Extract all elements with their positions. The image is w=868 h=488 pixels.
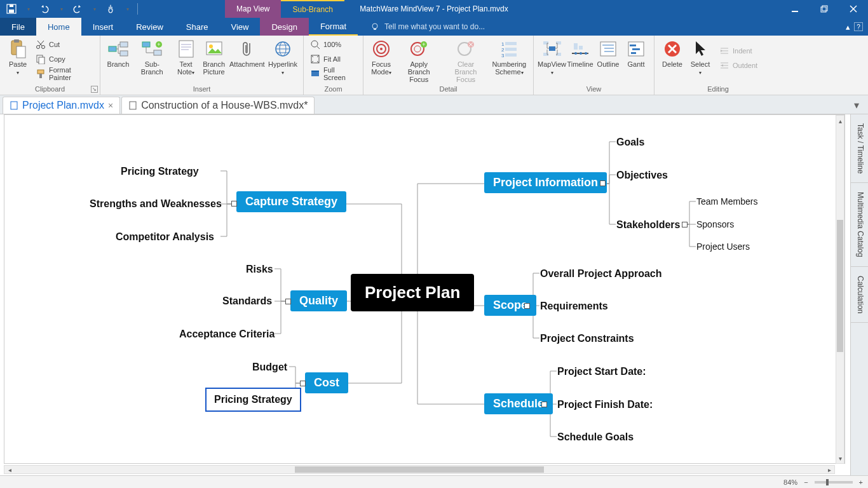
node-pricing-strategy-selected[interactable]: Pricing Strategy xyxy=(205,388,301,412)
zoom-out-button[interactable]: − xyxy=(804,478,808,486)
node-competitor-analysis[interactable]: Competitor Analysis xyxy=(116,231,214,243)
toggle-capture[interactable] xyxy=(231,201,237,207)
gantt-button[interactable]: Gantt xyxy=(622,37,650,69)
tab-design[interactable]: Design xyxy=(260,18,308,36)
focus-mode-button[interactable]: FocusMode▾ xyxy=(367,37,395,78)
vscroll-thumb[interactable] xyxy=(837,220,843,352)
hyperlink-button[interactable]: Hyperlink▾ xyxy=(266,37,299,78)
node-acceptance-criteria[interactable]: Acceptance Criteria xyxy=(179,329,275,340)
node-finish-date[interactable]: Project Finish Date: xyxy=(557,399,653,410)
tab-home[interactable]: Home xyxy=(36,18,81,36)
tab-file[interactable]: File xyxy=(0,18,36,36)
node-project-information[interactable]: Project Information xyxy=(484,172,607,193)
node-overall-approach[interactable]: Overall Project Approach xyxy=(540,268,661,280)
minimize-button[interactable] xyxy=(780,0,810,18)
zoom-in-button[interactable]: + xyxy=(859,478,863,486)
scroll-down-button[interactable]: ▾ xyxy=(836,453,844,463)
node-standards[interactable]: Standards xyxy=(222,295,272,307)
restore-button[interactable] xyxy=(810,0,839,18)
scroll-right-button[interactable]: ▸ xyxy=(824,466,834,473)
contextual-tab-mapview-header[interactable]: Map View xyxy=(225,0,281,18)
qat-save-dropdown[interactable] xyxy=(20,1,36,17)
subbranch-button[interactable]: +Sub-Branch xyxy=(132,37,172,77)
node-root[interactable]: Project Plan xyxy=(351,274,474,311)
toggle-cost[interactable] xyxy=(300,381,306,386)
tab-view[interactable]: View xyxy=(219,18,260,36)
node-budget[interactable]: Budget xyxy=(252,362,287,373)
tell-me-search[interactable]: Tell me what you want to do... xyxy=(358,18,846,36)
toggle-quality[interactable] xyxy=(285,299,291,304)
node-goals[interactable]: Goals xyxy=(616,137,644,148)
timeline-button[interactable]: Timeline xyxy=(566,37,594,69)
mapview-button[interactable]: MapView▾ xyxy=(538,37,566,78)
tab-review[interactable]: Review xyxy=(125,18,175,36)
attachment-button[interactable]: Attachment xyxy=(228,37,266,69)
clipboard-launcher[interactable]: ↘ xyxy=(91,86,98,93)
textnote-button[interactable]: TextNote▾ xyxy=(172,37,200,78)
node-project-users[interactable]: Project Users xyxy=(696,241,750,252)
hscroll-thumb[interactable] xyxy=(295,466,544,473)
sidetab-task-timeline[interactable]: Task / Timeline xyxy=(851,114,868,183)
node-cost[interactable]: Cost xyxy=(305,372,348,393)
node-strengths-weaknesses[interactable]: Strengths and Weaknesses xyxy=(90,198,222,210)
node-project-constraints[interactable]: Project Constraints xyxy=(540,333,634,344)
doctab-project-plan[interactable]: Project Plan.mvdx × xyxy=(3,97,120,114)
fit-all-button[interactable]: Fit All xyxy=(308,52,359,66)
cut-button[interactable]: Cut xyxy=(33,37,96,51)
node-objectives[interactable]: Objectives xyxy=(616,170,668,181)
scroll-left-button[interactable]: ◂ xyxy=(4,466,15,473)
zoom-slider[interactable] xyxy=(815,481,853,484)
zoom-100-button[interactable]: 100% xyxy=(308,37,359,51)
doctab-construction[interactable]: Construction of a House-WBS.mvdx* xyxy=(121,97,315,114)
node-start-date[interactable]: Project Start Date: xyxy=(557,366,646,377)
toggle-scope[interactable] xyxy=(524,303,530,309)
node-risks[interactable]: Risks xyxy=(246,264,273,275)
copy-button[interactable]: Copy xyxy=(33,52,96,66)
node-team-members[interactable]: Team Members xyxy=(696,196,757,207)
mindmap-canvas[interactable]: Project Plan Capture Strategy Pricing St… xyxy=(4,114,845,464)
select-button[interactable]: Select▾ xyxy=(686,37,714,78)
tab-format[interactable]: Format xyxy=(309,18,358,36)
node-sponsors[interactable]: Sponsors xyxy=(696,219,734,229)
horizontal-scrollbar[interactable]: ◂ ▸ xyxy=(4,465,835,474)
numbering-scheme-button[interactable]: 123NumberingScheme▾ xyxy=(489,37,529,78)
zoom-slider-knob[interactable] xyxy=(826,479,829,485)
branch-picture-button[interactable]: BranchPicture xyxy=(200,37,228,77)
toggle-stakeholders[interactable] xyxy=(682,222,688,227)
outline-button[interactable]: Outline xyxy=(594,37,622,69)
ribbon-collapse-button[interactable]: ▴ xyxy=(846,22,850,32)
node-pricing-strategy[interactable]: Pricing Strategy xyxy=(121,166,199,177)
qat-redo-button[interactable] xyxy=(70,1,85,17)
doctab-dropdown[interactable]: ▾ xyxy=(854,99,864,109)
scroll-up-button[interactable]: ▴ xyxy=(836,116,844,126)
toggle-schedule[interactable] xyxy=(541,402,547,407)
close-button[interactable] xyxy=(839,0,868,18)
format-painter-button[interactable]: Format Painter xyxy=(33,67,96,81)
node-stakeholders[interactable]: Stakeholders xyxy=(616,219,680,231)
tab-insert[interactable]: Insert xyxy=(81,18,125,36)
qat-redo-dropdown[interactable] xyxy=(86,1,102,17)
node-capture-strategy[interactable]: Capture Strategy xyxy=(236,191,346,212)
sidetab-multimedia-catalog[interactable]: Multimedia Catalog xyxy=(851,183,868,267)
node-schedule-goals[interactable]: Schedule Goals xyxy=(557,431,634,443)
fullscreen-button[interactable]: Full Screen xyxy=(308,67,359,81)
paste-button[interactable]: Paste▾ xyxy=(4,37,32,78)
vertical-scrollbar[interactable]: ▴ ▾ xyxy=(836,115,844,464)
toggle-projinfo[interactable] xyxy=(600,180,606,186)
qat-undo-dropdown[interactable] xyxy=(53,1,69,17)
qat-save-button[interactable] xyxy=(4,1,19,17)
node-requirements[interactable]: Requirements xyxy=(540,301,608,312)
qat-touch-dropdown[interactable] xyxy=(119,1,135,17)
doctab-close-button[interactable]: × xyxy=(108,100,113,111)
qat-touch-button[interactable] xyxy=(103,1,118,17)
qat-undo-button[interactable] xyxy=(37,1,52,17)
node-quality[interactable]: Quality xyxy=(290,290,347,311)
sidetab-calculation[interactable]: Calculation xyxy=(851,267,868,323)
branch-button[interactable]: Branch xyxy=(104,37,132,69)
ribbon-help-button[interactable]: ? xyxy=(854,22,863,31)
contextual-tab-subbranch-header[interactable]: Sub-Branch xyxy=(281,0,344,18)
zoom-level[interactable]: 84% xyxy=(783,478,797,486)
apply-branch-focus-button[interactable]: +Apply BranchFocus xyxy=(395,37,442,85)
tab-share[interactable]: Share xyxy=(175,18,220,36)
delete-button[interactable]: Delete xyxy=(658,37,686,69)
